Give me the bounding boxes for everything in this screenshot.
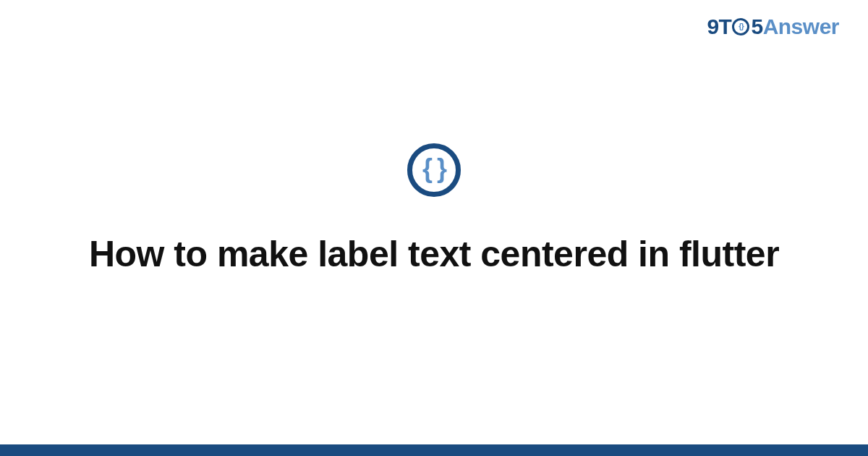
braces-circle-icon: { } xyxy=(407,143,461,197)
page-title: How to make label text centered in flutt… xyxy=(89,232,779,277)
main-content: { } How to make label text centered in f… xyxy=(0,0,868,456)
braces-glyph: { } xyxy=(422,156,446,182)
footer-accent-bar xyxy=(0,444,868,456)
